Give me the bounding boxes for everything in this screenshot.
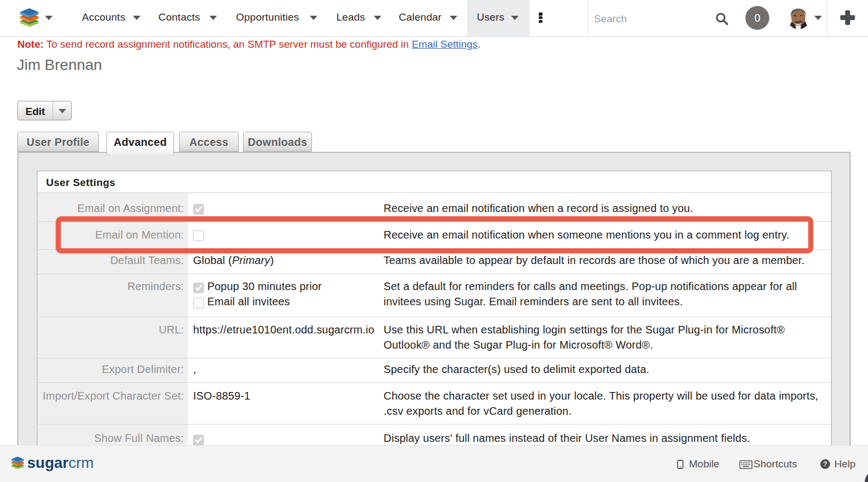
svg-text:?: ? <box>823 460 827 468</box>
